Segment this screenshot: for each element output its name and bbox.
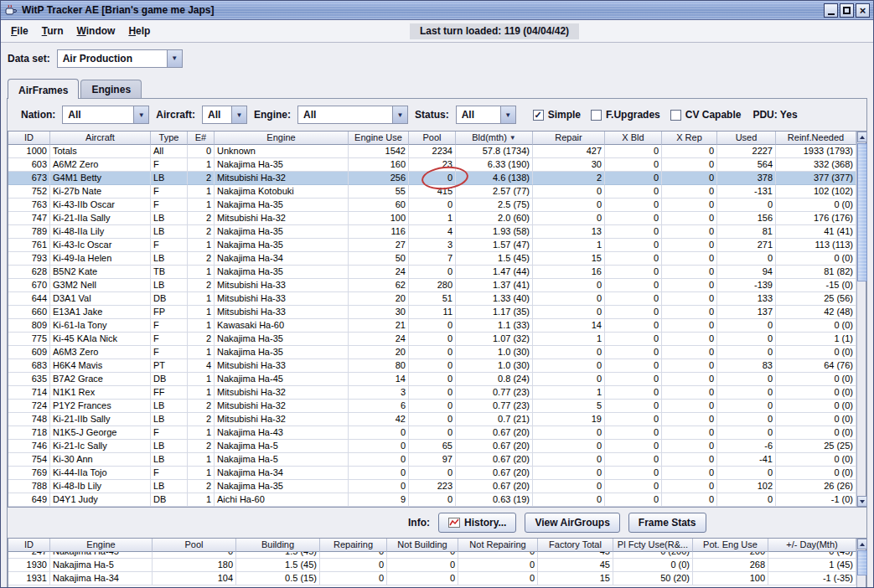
- column-header[interactable]: Pot. Eng Use: [693, 539, 768, 552]
- table-row[interactable]: 683H6K4 MavisPT4Mitsubishi Ha-338001.0 (…: [8, 359, 856, 373]
- column-header[interactable]: X Rep: [662, 132, 717, 145]
- cell: 0: [409, 172, 456, 185]
- table-row[interactable]: 793Ki-49-Ia HelenLB2Nakajima Ha-345071.5…: [8, 252, 856, 266]
- nation-combo[interactable]: All ▼: [62, 106, 149, 124]
- table-row[interactable]: 609A6M3 ZeroF1Nakajima Ha-352001.0 (30)0…: [8, 346, 856, 359]
- cell: D4Y1 Judy: [50, 493, 151, 507]
- cell: 0: [349, 453, 409, 467]
- table-row[interactable]: 1930Nakajima Ha-51801.5 (45)000450 (0)26…: [8, 559, 856, 572]
- cell: 1: [188, 386, 215, 400]
- table-row[interactable]: 1000TotalsAll0Unknown1542223457.8 (1734)…: [8, 145, 856, 158]
- column-header[interactable]: Repair: [533, 132, 605, 145]
- scrollbar-up-icon[interactable]: [857, 132, 867, 142]
- column-header[interactable]: Pool: [153, 539, 236, 552]
- titlebar[interactable]: WitP Tracker AE [Brian's game me Japs] ×: [1, 1, 873, 20]
- checkbox-label: CV Capable: [685, 109, 742, 121]
- table-row[interactable]: 718N1K5-J GeorgeF1Nakajima Ha-43000.67 (…: [8, 426, 856, 440]
- table-row[interactable]: 649D4Y1 JudyDB1Aichi Ha-60900.63 (19)000…: [8, 493, 856, 507]
- cell: 20: [349, 292, 409, 306]
- table-row[interactable]: 789Ki-48-IIa LilyLB2Nakajima Ha-3511641.…: [8, 225, 856, 239]
- dataset-combo[interactable]: Air Production ▼: [57, 49, 183, 68]
- cell: 0: [533, 453, 605, 467]
- column-header[interactable]: Engine: [215, 132, 349, 145]
- app-window: WitP Tracker AE [Brian's game me Japs] ×…: [0, 0, 874, 588]
- table-row[interactable]: 247Nakajima Ha-4501.5 (45)000450 (200)20…: [8, 552, 856, 559]
- table-row[interactable]: 748Ki-21-IIb SallyLB2Mitsubishi Ha-32420…: [8, 413, 856, 426]
- cell: 0: [387, 559, 458, 572]
- tab-airframes[interactable]: AirFrames: [8, 79, 79, 99]
- column-header[interactable]: Aircraft: [50, 132, 151, 145]
- table-row[interactable]: 752Ki-27b NateF1Nakajima Kotobuki554152.…: [8, 185, 856, 199]
- table-row[interactable]: 809Ki-61-Ia TonyF1Kawasaki Ha-602101.1 (…: [8, 319, 856, 333]
- table-row[interactable]: 724P1Y2 FrancesLB2Mitsubishi Ha-32600.77…: [8, 400, 856, 413]
- table-row[interactable]: 670G3M2 NellLB2Mitsubishi Ha-33622801.37…: [8, 279, 856, 292]
- column-header[interactable]: Not Repairing: [458, 539, 538, 552]
- table-row[interactable]: 763Ki-43-IIb OscarF1Nakajima Ha-356002.5…: [8, 199, 856, 212]
- menu-window[interactable]: Window: [70, 25, 122, 37]
- scrollbar-down-icon[interactable]: [857, 496, 867, 507]
- menu-file[interactable]: File: [4, 25, 35, 37]
- engine-table-scrollbar[interactable]: [856, 539, 866, 588]
- column-header[interactable]: ID: [8, 132, 50, 145]
- maximize-button[interactable]: [840, 3, 854, 18]
- status-combo[interactable]: All ▼: [456, 106, 516, 124]
- checkbox-cv-capable[interactable]: CV Capable: [670, 109, 742, 121]
- column-header[interactable]: Engine: [50, 539, 153, 552]
- cell: Ki-21-IIa Sally: [50, 212, 151, 225]
- engine-combo[interactable]: All ▼: [297, 106, 408, 124]
- column-header[interactable]: Factory Total: [538, 539, 613, 552]
- table-row[interactable]: 644D3A1 ValDB1Mitsubishi Ha-3320511.33 (…: [8, 292, 856, 306]
- cell: DB: [151, 493, 188, 507]
- aircraft-combo[interactable]: All ▼: [202, 106, 247, 124]
- column-header[interactable]: Used: [717, 132, 776, 145]
- table-row[interactable]: 635B7A2 GraceDB1Nakajima Ha-451400.8 (24…: [8, 373, 856, 386]
- table-row[interactable]: 673G4M1 BettyLB2Mitsubishi Ha-3225604.6 …: [8, 172, 856, 185]
- column-header[interactable]: Type: [151, 132, 188, 145]
- cell: F: [151, 319, 188, 333]
- minimize-button[interactable]: [824, 3, 838, 18]
- cell: 0: [349, 426, 409, 440]
- column-header[interactable]: ID: [8, 539, 50, 552]
- table-row[interactable]: 628B5N2 KateTB1Nakajima Ha-352401.47 (44…: [8, 266, 856, 279]
- table-row[interactable]: 1931Nakajima Ha-341040.5 (15)0001550 (20…: [8, 572, 856, 585]
- view-airgroups-button[interactable]: View AirGroups: [525, 513, 619, 533]
- table-row[interactable]: 788Ki-48-Ib LilyLB2Nakajima Ha-3502230.6…: [8, 480, 856, 493]
- table-row[interactable]: 754Ki-30 AnnLB1Nakajima Ha-50970.67 (20)…: [8, 453, 856, 467]
- scrollbar-thumb[interactable]: [857, 550, 867, 575]
- column-header[interactable]: Repairing: [320, 539, 387, 552]
- main-table-scrollbar[interactable]: [856, 132, 866, 507]
- cell: TB: [151, 266, 188, 279]
- column-header[interactable]: Building: [236, 539, 320, 552]
- column-header[interactable]: Not Building: [387, 539, 458, 552]
- column-header[interactable]: E#: [188, 132, 215, 145]
- tab-engines[interactable]: Engines: [80, 80, 142, 98]
- table-row[interactable]: 775Ki-45 KAIa NickF2Nakajima Ha-352401.0…: [8, 333, 856, 346]
- column-header[interactable]: Pool: [409, 132, 456, 145]
- checkbox-simple[interactable]: ✓Simple: [533, 109, 581, 121]
- scrollbar-thumb[interactable]: [857, 143, 867, 281]
- menu-help[interactable]: Help: [122, 25, 157, 37]
- cell: Nakajima Ha-5: [50, 559, 153, 572]
- column-header[interactable]: Pl Fcty Use(R&...: [613, 539, 693, 552]
- frame-stats-button[interactable]: Frame Stats: [628, 513, 706, 533]
- column-header[interactable]: Engine Use: [349, 132, 409, 145]
- table-row[interactable]: 660E13A1 JakeFP1Mitsubishi Ha-3330111.17…: [8, 306, 856, 319]
- column-header[interactable]: X Bld: [605, 132, 662, 145]
- checkbox-f-upgrades[interactable]: F.Upgrades: [591, 109, 660, 121]
- column-header[interactable]: Bld(mth)▼: [456, 132, 533, 145]
- column-header[interactable]: +/- Day(Mth): [768, 539, 856, 552]
- table-row[interactable]: 746Ki-21-Ic SallyLB2Nakajima Ha-50650.67…: [8, 440, 856, 453]
- cell: 11: [409, 306, 456, 319]
- history-button[interactable]: History...: [438, 513, 516, 533]
- table-row[interactable]: 761Ki-43-Ic OscarF1Nakajima Ha-352731.57…: [8, 239, 856, 252]
- table-row[interactable]: 603A6M2 ZeroF1Nakajima Ha-35160236.33 (1…: [8, 158, 856, 172]
- close-button[interactable]: ×: [856, 3, 870, 18]
- table-row[interactable]: 714N1K1 RexFF1Mitsubishi Ha-32300.77 (23…: [8, 386, 856, 400]
- menu-turn[interactable]: Turn: [35, 25, 70, 37]
- scrollbar-up-icon[interactable]: [857, 539, 867, 549]
- table-row[interactable]: 769Ki-44-IIa TojoF1Nakajima Ha-34000.67 …: [8, 467, 856, 480]
- cell: 378: [717, 172, 776, 185]
- table-row[interactable]: 747Ki-21-IIa SallyLB2Mitsubishi Ha-32100…: [8, 212, 856, 225]
- column-header[interactable]: Reinf.Needed: [776, 132, 856, 145]
- cell: 660: [8, 306, 50, 319]
